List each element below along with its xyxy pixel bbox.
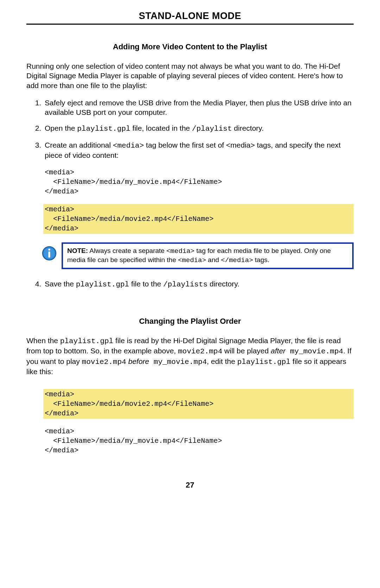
intro-paragraph: Running only one selection of video cont… <box>26 61 354 90</box>
section-title-adding: Adding More Video Content to the Playlis… <box>26 42 354 51</box>
para-text: , edit the <box>207 357 237 365</box>
document-page: STAND-ALONE MODE Adding More Video Conte… <box>0 0 380 504</box>
inline-code: <media> <box>178 256 206 264</box>
steps-list: Safely eject and remove the USB drive fr… <box>26 98 354 160</box>
inline-code: <media> <box>113 142 144 150</box>
inline-code: /playlists <box>163 280 208 289</box>
step-item: Safely eject and remove the USB drive fr… <box>43 98 354 117</box>
step-item: Open the playlist.gpl file, located in t… <box>43 123 354 134</box>
inline-code: playlist.gpl <box>76 280 129 289</box>
svg-point-2 <box>48 249 50 251</box>
step-text: file to the <box>129 280 163 288</box>
step-item: Save the playlist.gpl file to the /playl… <box>43 279 354 289</box>
note-box-wrapper: NOTE: Always create a separate <media> t… <box>42 242 354 269</box>
step-text: file, located in the <box>130 124 192 132</box>
step-text: directory. <box>208 280 240 288</box>
page-header: STAND-ALONE MODE <box>26 11 354 25</box>
inline-code: my_movie.mp4 <box>149 358 207 366</box>
code-block-reorder-2: <media> <FileName>/media/my_movie.mp4</F… <box>43 426 354 456</box>
code-block-media-2-highlight: <media> <FileName>/media/movie2.mp4</Fil… <box>43 204 354 234</box>
note-text: Always create a separate <box>88 247 166 254</box>
inline-code: my_movie.mp4 <box>286 347 343 355</box>
inline-code: <media> <box>166 247 195 255</box>
step-text: Create an additional <box>45 141 113 149</box>
code-block-media-1: <media> <FileName>/media/my_movie.mp4</F… <box>43 167 354 197</box>
paragraph-changing-order: When the playlist.gpl file is read by th… <box>26 336 354 376</box>
section-title-changing: Changing the Playlist Order <box>26 317 354 326</box>
note-label: NOTE: <box>67 247 88 254</box>
para-text: When the <box>26 336 60 345</box>
svg-rect-3 <box>48 252 50 258</box>
steps-list-continued: Save the playlist.gpl file to the /playl… <box>26 279 354 289</box>
step-item: Create an additional <media> tag below t… <box>43 140 354 160</box>
info-icon <box>42 246 57 261</box>
inline-code: movie2.mp4 <box>82 358 126 366</box>
note-text: tags. <box>253 256 269 264</box>
page-number: 27 <box>26 481 354 490</box>
inline-code: playlist.gpl <box>77 125 130 133</box>
note-box: NOTE: Always create a separate <media> t… <box>62 242 354 269</box>
inline-code: playlist.gpl <box>237 358 290 366</box>
step-text: Open the <box>45 124 77 132</box>
step-text: Save the <box>45 280 76 288</box>
inline-code: movie2.mp4 <box>178 347 222 355</box>
para-text: will be played <box>222 347 271 355</box>
inline-code: /playlist <box>192 125 232 133</box>
inline-code: </media> <box>221 256 253 264</box>
note-text: and <box>206 256 221 264</box>
italic-before: before <box>128 357 149 365</box>
inline-code: playlist.gpl <box>60 337 113 345</box>
italic-after: after <box>271 347 286 355</box>
code-block-reorder-1-highlight: <media> <FileName>/media/movie2.mp4</Fil… <box>43 389 354 419</box>
step-text: directory. <box>232 124 264 132</box>
